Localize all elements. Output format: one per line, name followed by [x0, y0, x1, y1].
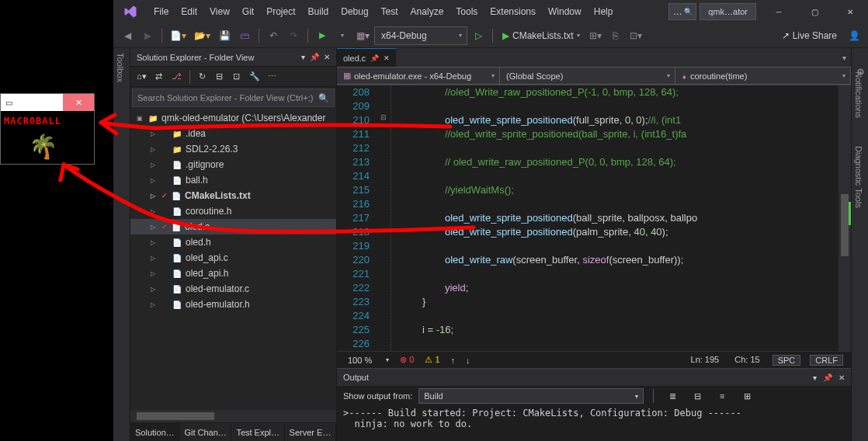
nav-down-icon[interactable]: ↓ [466, 356, 470, 365]
output-clear-button[interactable]: ≣ [663, 387, 682, 405]
menu-test[interactable]: Test [375, 0, 404, 23]
toolbox-tab[interactable]: Toolbox [113, 48, 127, 87]
tree-item[interactable]: ▷📄oled_api.h [130, 266, 336, 281]
output-pin-icon[interactable]: 📌 [823, 373, 832, 382]
output-btn4[interactable]: ⊞ [738, 387, 756, 405]
redo-button[interactable]: ↷ [284, 26, 303, 45]
tree-item[interactable]: ▷📄oled_api.c [130, 250, 336, 266]
config-dropdown[interactable]: x64-Debug [374, 26, 467, 45]
error-count[interactable]: ⊗ 0 [400, 355, 414, 365]
editor-vscroll[interactable] [838, 85, 851, 351]
menu-window[interactable]: Window [542, 0, 588, 23]
sol-showall-button[interactable]: ⊡ [229, 69, 245, 85]
tree-item[interactable]: ▷📄.gitignore [130, 157, 336, 172]
debug-dropdown[interactable]: ▾ [333, 26, 352, 45]
panel-dropdown-icon[interactable]: ▾ [301, 53, 305, 61]
sol-more-button[interactable]: ⋯ [265, 69, 280, 85]
sol-home-button[interactable]: ⌂▾ [134, 69, 150, 85]
crumb-function-label: coroutine(time) [690, 71, 747, 81]
code-text: //oled_Write_raw_positioned_P(-1, 0, bmp… [391, 85, 838, 351]
editor-tab-oled-c[interactable]: oled.c 📌 ✕ [337, 48, 396, 67]
panel-tab[interactable]: Server E… [285, 423, 336, 441]
fold-gutter: ⊟ [376, 85, 391, 351]
panel-tab[interactable]: Solution… [130, 423, 179, 441]
warning-count[interactable]: ⚠ 1 [425, 355, 439, 365]
new-button[interactable]: 📄▾ [167, 26, 189, 45]
tree-root[interactable]: ▣ 📁 qmk-oled-emulator (C:\Users\Alexande… [130, 110, 336, 126]
output-close-icon[interactable]: ✕ [838, 373, 845, 382]
liveshare-button[interactable]: ↗ Live Share [776, 30, 843, 41]
tb-misc-1[interactable]: ⊞▾ [586, 26, 605, 45]
editor-area: oled.c 📌 ✕ ▾ ▦oled-emulator.exe - x64-De… [337, 48, 851, 441]
menu-edit[interactable]: Edit [175, 0, 203, 23]
menu-extensions[interactable]: Extensions [484, 0, 542, 23]
tree-item[interactable]: ▷✓📄oled.c [130, 219, 336, 234]
tree-item[interactable]: ▷📄ball.h [130, 172, 336, 188]
output-wrap-button[interactable]: ⊟ [688, 387, 707, 405]
panel-tab[interactable]: Test Expl… [231, 423, 284, 441]
tb-misc-2[interactable]: ⎘ [606, 26, 625, 45]
settings-gear-icon[interactable]: ⚙ [856, 67, 865, 78]
open-button[interactable]: 📂▾ [191, 26, 214, 45]
start-debug-button[interactable]: ▶ [313, 26, 332, 45]
sol-collapse-button[interactable]: ⊟ [212, 69, 227, 85]
minimize-button[interactable]: ─ [761, 0, 797, 23]
output-text[interactable]: >------ Build started: Project: CMakeLis… [337, 406, 851, 441]
emulator-close-button[interactable]: ✕ [63, 94, 94, 111]
solution-hscroll[interactable] [130, 410, 336, 422]
menu-git[interactable]: Git [236, 0, 260, 23]
code-editor[interactable]: 2082092102112122132142152162172182192202… [337, 85, 851, 351]
nav-back-button[interactable]: ◀ [118, 26, 137, 45]
nav-fwd-button[interactable]: ▶ [138, 26, 157, 45]
menu-project[interactable]: Project [260, 0, 301, 23]
debug-target-icon[interactable]: ▦▾ [353, 26, 373, 45]
sol-switch-button[interactable]: ⇄ [151, 69, 167, 85]
tree-item[interactable]: ▷📄oled.h [130, 234, 336, 250]
solution-search-input[interactable]: Search Solution Explorer - Folder View (… [132, 89, 335, 107]
editor-tab-overflow[interactable]: ▾ [838, 54, 851, 62]
editor-tab-close-icon[interactable]: ✕ [384, 54, 390, 62]
menu-view[interactable]: View [203, 0, 236, 23]
notifications-tab[interactable]: Notifications [852, 48, 866, 123]
account-button[interactable]: 👤 [845, 26, 863, 45]
saveall-button[interactable]: 🗃 [235, 26, 254, 45]
panel-pin-icon[interactable]: 📌 [310, 53, 319, 61]
close-button[interactable]: ✕ [832, 0, 868, 23]
output-btn3[interactable]: ≡ [713, 387, 731, 405]
start-nodebug-button[interactable]: ▷ [469, 26, 488, 45]
menu-analyze[interactable]: Analyze [404, 0, 450, 23]
menu-debug[interactable]: Debug [335, 0, 374, 23]
tree-item[interactable]: ▷📄oled-emulator.c [130, 281, 336, 297]
line-gutter: 2082092102112122132142152162172182192202… [337, 85, 376, 351]
tree-item[interactable]: ▷📄coroutine.h [130, 203, 336, 219]
tree-item[interactable]: ▷📄oled-emulator.h [130, 297, 336, 312]
sol-props-button[interactable]: 🔧 [246, 69, 263, 85]
zoom-level[interactable]: 100 % [345, 356, 375, 365]
sol-refresh-button[interactable]: ↻ [195, 69, 210, 85]
menu-build[interactable]: Build [302, 0, 335, 23]
panel-close-icon[interactable]: ✕ [324, 53, 330, 61]
tree-item[interactable]: ▷📁SDL2-2.26.3 [130, 141, 336, 157]
solution-explorer-title: Solution Explorer - Folder View ▾ 📌 ✕ [130, 48, 336, 67]
title-search-button[interactable]: … 🔍 [668, 3, 696, 20]
maximize-button[interactable]: ▢ [797, 0, 832, 23]
crumb-project[interactable]: ▦oled-emulator.exe - x64-Debug [337, 67, 500, 85]
crumb-scope[interactable]: (Global Scope) [500, 67, 675, 85]
tree-item[interactable]: ▷✓📄CMakeLists.txt [130, 188, 336, 203]
undo-button[interactable]: ↶ [264, 26, 283, 45]
sol-git-button[interactable]: ⎇ [168, 69, 185, 85]
menu-file[interactable]: File [148, 0, 175, 23]
cmake-target-button[interactable]: ▶CMakeLists.txt▾ [498, 30, 585, 41]
output-dropdown-icon[interactable]: ▾ [813, 373, 817, 382]
crumb-function[interactable]: ⬧coroutine(time) [675, 67, 851, 85]
diagnostic-tools-tab[interactable]: Diagnostic Tools [852, 123, 866, 213]
editor-tab-pin-icon[interactable]: 📌 [370, 54, 379, 62]
tb-misc-3[interactable]: ⊡▾ [627, 26, 645, 45]
nav-up-icon[interactable]: ↑ [451, 356, 456, 365]
save-button[interactable]: 💾 [215, 26, 234, 45]
panel-tab[interactable]: Git Chan… [179, 423, 231, 441]
tree-item[interactable]: ▷📁.idea [130, 126, 336, 141]
output-source-dropdown[interactable]: Build [418, 388, 644, 404]
menu-tools[interactable]: Tools [450, 0, 484, 23]
menu-help[interactable]: Help [588, 0, 620, 23]
